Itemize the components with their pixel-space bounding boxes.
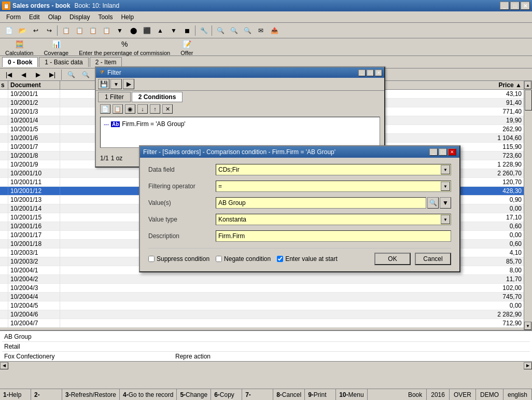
new-btn[interactable]: 📄 [3,25,15,36]
cond-new-btn[interactable]: 📄 [100,104,110,114]
scroll-left-btn[interactable]: ◀ [0,362,8,369]
values-dropdown-btn[interactable]: ▼ [440,197,451,209]
fn2[interactable]: 2- [31,389,62,400]
nav-next[interactable]: ▶ [32,69,44,80]
open-btn[interactable]: 📂 [16,25,29,36]
value-type-select[interactable]: Konstanta [216,214,451,225]
fn3-refresh[interactable]: 3-Refresh/Restore [62,389,120,400]
filter-maximize-btn[interactable]: □ [367,70,374,76]
cond-copy-btn[interactable]: 📋 [113,104,123,114]
fn10-menu[interactable]: 10-Menu [336,389,367,400]
table-row[interactable]: 10/2004/3102,00 [0,284,532,293]
filter-next-btn[interactable]: ▶ [123,79,134,89]
search3-btn[interactable]: 🔍 [241,25,254,36]
scroll-down-btn[interactable]: ▼ [524,322,531,330]
enter-value-label[interactable]: Enter value at start [277,255,338,263]
suppress-condition-label[interactable]: Suppress condition [148,255,209,263]
filter-tab-1[interactable]: 1 Filter [98,92,131,102]
scroll-thumb[interactable] [525,90,532,111]
fn7[interactable]: 7- [242,389,273,400]
btn3[interactable]: 📋 [87,25,99,36]
scroll-up-btn[interactable]: ▲ [524,81,531,89]
nav-first[interactable]: |◀ [3,69,15,80]
suppress-condition-checkbox[interactable] [148,256,155,262]
table-row[interactable]: 10/2004/7712,90 [0,319,532,327]
fn1-help[interactable]: 1-Help [0,389,31,400]
filter-minimize-btn[interactable]: _ [358,70,366,76]
tab-item[interactable]: 2 - Item [90,57,122,67]
ok-button[interactable]: OK [374,253,411,265]
filtering-operator-select[interactable]: = [216,181,451,192]
commission-btn[interactable]: % Enter the percentage of commission [76,37,173,57]
comparison-close-btn[interactable]: ✕ [448,148,456,156]
menu-help[interactable]: Help [117,12,138,22]
mail-btn[interactable]: ✉ [255,25,267,36]
comparison-maximize-btn[interactable]: □ [439,148,447,156]
nav-search[interactable]: 🔍 [65,69,77,80]
paste-btn[interactable]: 📋 [73,25,86,36]
copy-btn[interactable]: 📋 [60,25,72,36]
comparison-minimize-btn[interactable]: _ [429,148,438,156]
btn10[interactable]: 🔧 [198,25,210,36]
filter-btn[interactable]: ▼ [114,25,126,36]
coverage-btn[interactable]: 📊 Coverage [40,37,72,57]
btn6[interactable]: ⬛ [141,25,153,36]
btn5[interactable]: ⬤ [127,25,139,36]
btn4[interactable]: 📋 [100,25,113,36]
negate-condition-label[interactable]: Negate condition [216,255,271,263]
table-row[interactable]: 10/2004/62 282,90 [0,310,532,319]
menu-edit[interactable]: Edit [25,12,44,22]
minimize-btn[interactable]: _ [500,2,509,10]
table-row[interactable]: 10/2004/211,70 [0,275,532,284]
close-btn[interactable]: ✕ [521,2,530,10]
offer-btn[interactable]: 📝 Offer [177,37,196,57]
menu-tools[interactable]: Tools [94,12,117,22]
filter-close-btn[interactable]: ✕ [375,70,382,76]
values-input[interactable] [216,197,426,209]
menu-form[interactable]: Form [2,12,25,22]
filter-save-btn[interactable]: 💾 [98,79,109,89]
cancel-button[interactable]: Cancel [415,253,451,265]
table-row[interactable]: 10/2004/50,00 [0,301,532,310]
btn8[interactable]: ▼ [167,25,180,36]
fn8-cancel[interactable]: 8-Cancel [273,389,305,400]
undo-btn[interactable]: ↩ [30,25,42,36]
data-field-select[interactable]: CDs;Fir [216,164,451,175]
cond-down-btn[interactable]: ↓ [137,104,148,114]
fn4-goto[interactable]: 4-Go to the record [120,389,177,400]
search2-btn[interactable]: 🔍 [228,25,240,36]
cond-group-btn[interactable]: ◉ [125,104,135,114]
cond-delete-btn[interactable]: ✕ [162,104,173,114]
nav-btn1[interactable]: 🔍 [79,69,92,80]
scrollbar-horizontal[interactable]: ◀ ▶ [0,361,532,369]
table-row[interactable]: 10/2004/4745,70 [0,293,532,301]
tab-book[interactable]: 0 - Book [2,57,38,67]
filter-tab-2[interactable]: 2 Conditions [132,92,183,102]
comparison-window-controls: _ □ ✕ [429,148,456,156]
filter-condition-row[interactable]: --- Ab Firm.Firm = 'AB Group' [103,119,377,129]
nav-prev[interactable]: ◀ [17,69,30,80]
btn9[interactable]: ◼ [181,25,193,36]
cond-up-btn[interactable]: ↑ [150,104,160,114]
fn5-change[interactable]: 5-Change [177,389,211,400]
menu-olap[interactable]: Olap [44,12,65,22]
values-browse-btn[interactable]: 🔍 [427,197,439,209]
enter-value-checkbox[interactable] [277,256,283,262]
filter-dropdown-btn[interactable]: ▼ [110,79,122,89]
description-input[interactable] [216,230,451,242]
search-btn[interactable]: 🔍 [214,25,227,36]
redo-btn[interactable]: ↪ [43,25,55,36]
fn9-print[interactable]: 9-Print [305,389,336,400]
negate-condition-checkbox[interactable] [216,256,222,262]
scroll-right-btn[interactable]: ▶ [524,362,532,369]
export-btn[interactable]: 📤 [268,25,281,36]
nav-last[interactable]: ▶| [46,69,59,80]
nav-sep [61,70,62,80]
btn7[interactable]: ▲ [154,25,166,36]
menu-display[interactable]: Display [65,12,94,22]
fn6-copy[interactable]: 6-Copy [211,389,242,400]
calculation-btn[interactable]: 🧮 Calculation [2,37,36,57]
tab-basic-data[interactable]: 1 - Basic data [39,57,88,67]
scrollbar-vertical[interactable]: ▲ ▼ [524,81,532,330]
maximize-btn[interactable]: □ [510,2,520,10]
